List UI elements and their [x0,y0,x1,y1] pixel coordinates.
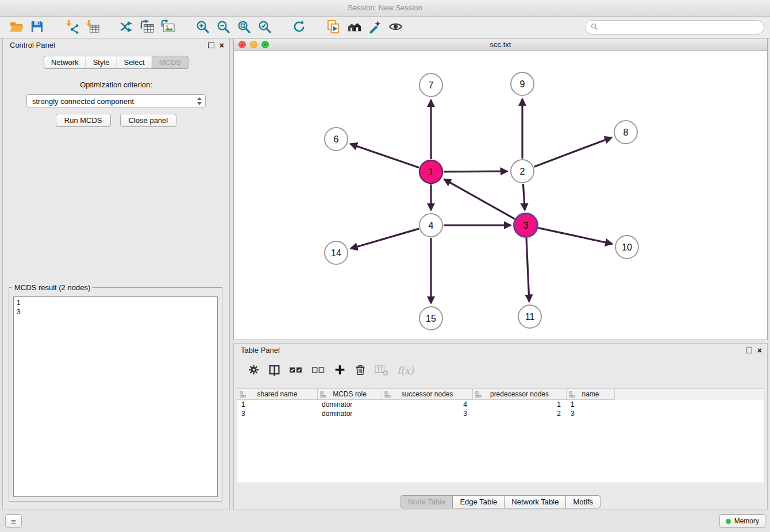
copy-view-button[interactable] [323,19,344,36]
delete-table-button[interactable] [375,364,388,377]
close-table-panel-icon[interactable]: × [757,346,762,354]
node-label: 2 [520,167,525,176]
node-label: 8 [623,128,629,137]
column-header[interactable]: MCDS role [318,389,382,400]
checked-boxes-icon [289,365,303,377]
add-column-button[interactable] [334,364,346,377]
style-wand-button[interactable] [364,19,385,36]
edge-3-10[interactable] [538,228,613,244]
table-panel-header: Table Panel × [234,344,767,357]
table-cell[interactable]: 4 [382,400,473,409]
edge-1-2[interactable] [444,171,507,172]
table-cell[interactable]: 1 [237,400,318,409]
table-cell[interactable]: dominator [318,409,382,418]
tab-node-table[interactable]: Node Table [401,495,453,508]
import-network-button[interactable] [61,19,82,36]
delete-column-button[interactable] [355,364,366,377]
memory-button[interactable]: Memory [719,514,765,528]
import-network-icon [64,20,79,36]
search-input[interactable] [602,22,759,32]
zoom-fit-icon [237,20,251,36]
window-controls: × − + [238,41,269,48]
edge-3-11[interactable] [526,238,529,302]
column-header[interactable]: predecessor nodes [473,389,567,400]
close-panel-button[interactable]: Close panel [120,114,177,127]
edge-2-3[interactable] [523,184,525,210]
fx-icon: f(x) [397,365,414,376]
table-row[interactable]: 3dominator323 [237,409,764,418]
window-title: Session: New Session [348,3,422,12]
table-cell[interactable]: 3 [237,409,318,418]
control-panel-tabs: Network Style Select MCDS [3,56,229,69]
node-label: 4 [429,221,434,230]
import-table-button[interactable] [82,19,102,36]
tab-edge-table[interactable]: Edge Table [452,495,505,508]
minimize-window-button[interactable]: − [250,41,257,48]
table-cell[interactable]: 2 [473,409,567,418]
split-view-button[interactable] [268,364,280,377]
refresh-icon [292,20,306,36]
clone-network-button[interactable] [137,19,157,36]
criterion-selected-value: strongly connected component [32,97,134,106]
window-titlebar[interactable]: Session: New Session [0,0,770,17]
table-header-row: shared nameMCDS rolesuccessor nodesprede… [237,389,764,400]
tab-network-table[interactable]: Network Table [504,495,566,508]
tab-motifs[interactable]: Motifs [565,495,600,508]
run-mcds-button[interactable]: Run MCDS [56,114,111,127]
criterion-select[interactable]: strongly connected component [26,94,206,107]
tab-network[interactable]: Network [44,56,86,69]
tab-style[interactable]: Style [86,56,117,69]
table-settings-button[interactable] [248,364,260,377]
table-cell[interactable]: dominator [318,400,382,409]
zoom-fit-button[interactable] [233,19,254,36]
open-file-button[interactable] [6,19,26,36]
column-sort-icon [320,391,326,399]
zoom-selected-button[interactable] [254,19,275,36]
table-cell[interactable]: 1 [473,400,567,409]
maximize-window-button[interactable]: + [261,41,269,48]
column-header[interactable]: name [567,389,615,400]
task-history-button[interactable]: ≡ [5,514,22,528]
edge-2-8[interactable] [534,137,612,167]
select-stepper-icon [197,97,202,110]
refresh-button[interactable] [288,19,309,36]
network-canvas[interactable]: 7968124314101511 [234,51,767,340]
show-details-button[interactable] [385,19,406,36]
table-cell[interactable]: 1 [567,400,615,409]
edge-1-6[interactable] [351,144,419,168]
close-window-button[interactable]: × [238,41,246,48]
node-label: 9 [520,79,525,89]
column-sort-icon [569,391,575,399]
node-table: shared nameMCDS rolesuccessor nodesprede… [237,388,764,483]
column-header-label: name [582,390,599,398]
table-cell[interactable]: 3 [382,409,473,418]
column-header[interactable]: shared name [237,389,318,400]
mcds-result-item[interactable]: 1 [17,298,214,307]
shuffle-network-button[interactable] [116,19,137,36]
hide-columns-button[interactable] [311,365,325,377]
close-panel-icon[interactable]: × [220,41,224,49]
node-label: 1 [429,167,434,177]
table-row[interactable]: 1dominator411 [237,400,764,409]
export-image-button[interactable] [157,19,178,36]
node-label: 10 [622,242,632,252]
float-table-panel-icon[interactable] [746,348,752,353]
save-session-button[interactable] [26,19,47,36]
network-window-titlebar[interactable]: scc.txt × − + [234,38,767,51]
tab-mcds[interactable]: MCDS [152,56,188,69]
edge-3-1[interactable] [444,179,515,219]
search-box[interactable] [585,20,764,34]
function-builder-button[interactable]: f(x) [397,365,414,376]
mcds-result-item[interactable]: 3 [17,307,214,317]
plus-icon [334,364,346,377]
show-columns-button[interactable] [289,365,303,377]
edge-4-14[interactable] [351,229,419,249]
table-cell[interactable]: 3 [567,409,615,418]
home-layout-button[interactable] [344,19,364,36]
mcds-result-list[interactable]: 13 [13,296,218,497]
tab-select[interactable]: Select [117,56,152,69]
float-panel-icon[interactable] [208,43,214,48]
column-header[interactable]: successor nodes [382,389,473,400]
zoom-in-button[interactable] [192,19,213,36]
zoom-out-button[interactable] [213,19,233,36]
